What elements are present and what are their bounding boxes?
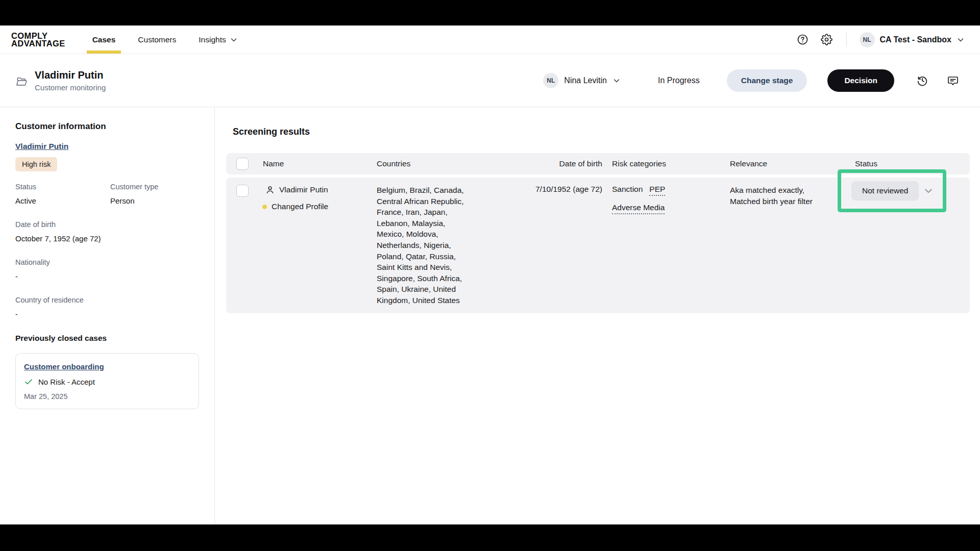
changed-profile-text: Changed Profile [272,202,328,211]
nav-item-insights[interactable]: Insights [199,26,237,54]
closed-case-link[interactable]: Customer onboarding [24,362,104,371]
field-country-of-residence: Country of residence - [15,296,199,318]
row-name-line[interactable]: Vladimir Putin [258,184,377,195]
closed-case-outcome-text: No Risk - Accept [38,378,95,386]
nav-item-cases[interactable]: Cases [92,26,116,54]
risk-category-pep[interactable]: PEP [649,185,665,196]
case-title-block: Vladimir Putin Customer monitoring [35,69,106,92]
comply-advantage-logo[interactable]: COMPLY ADVANTAGE [11,32,65,47]
column-header-dob: Date of birth [509,159,602,168]
nav-item-label: Customers [138,35,176,44]
row-checkbox[interactable] [236,185,249,197]
field-label-status: Status [15,183,110,191]
select-all-checkbox[interactable] [236,158,249,170]
comments-button[interactable] [946,74,960,87]
main-nav: Cases Customers Insights [92,26,238,54]
table-row: Vladimir Putin Changed Profile Belgium, … [226,178,970,313]
help-button[interactable] [796,33,810,46]
field-label-residence: Country of residence [15,296,199,304]
chevron-down-icon [230,36,238,44]
check-icon [24,377,33,386]
decision-button[interactable]: Decision [827,69,894,92]
stage-label: In Progress [658,76,700,85]
field-date-of-birth: Date of birth October 7, 1952 (age 72) [15,220,199,243]
field-label-customer-type: Customer type [110,183,199,191]
case-title: Vladimir Putin [35,69,106,81]
screening-results-panel: Screening results Name Countries Date of… [215,107,980,524]
settings-button[interactable] [820,33,834,46]
field-value-dob: October 7, 1952 (age 72) [15,234,199,243]
column-header-risk: Risk categories [602,159,730,168]
changed-profile-dot-icon [262,205,267,209]
case-icon-actions [916,74,960,87]
risk-category-sanction: Sanction [612,185,643,194]
status-dropdown-button[interactable]: Not reviewed [851,181,919,201]
closed-case-outcome: No Risk - Accept [24,377,190,386]
column-header-name: Name [258,159,377,168]
account-menu[interactable]: NL CA Test - Sandbox [860,32,965,47]
field-nationality: Nationality - [15,258,199,281]
changed-profile-flag: Changed Profile [258,202,377,211]
assignee-name: Nina Levitin [564,76,607,85]
customer-info-sidebar: Customer information Vladimir Putin High… [0,107,215,524]
divider [846,33,847,47]
screening-results-table: Name Countries Date of birth Risk catego… [226,153,970,313]
field-value-status: Active [15,196,110,205]
logo-line-2: ADVANTAGE [11,40,65,47]
assignee-avatar: NL [543,73,558,88]
account-name: CA Test - Sandbox [880,35,951,44]
row-status-cell: Not reviewed [855,184,970,201]
screening-results-title: Screening results [233,127,970,137]
row-checkbox-cell [226,184,258,197]
row-relevance-cell: Aka matched exactly, Matched birth year … [730,184,855,207]
case-actions: NL Nina Levitin In Progress Change stage… [543,69,960,92]
closed-case-card: Customer onboarding No Risk - Accept Mar… [15,353,199,409]
field-value-nationality: - [15,272,199,281]
history-icon [916,74,928,87]
history-button[interactable] [916,74,929,87]
content-area: Customer information Vladimir Putin High… [0,107,980,524]
header-checkbox-cell [226,158,258,170]
change-stage-button[interactable]: Change stage [727,69,807,92]
help-icon [797,34,808,45]
person-icon [265,185,275,195]
case-folder-icon [15,75,28,88]
column-header-status: Status [855,159,970,168]
field-label-nationality: Nationality [15,258,199,266]
table-header-row: Name Countries Date of birth Risk catego… [226,153,970,174]
column-header-countries: Countries [377,159,509,168]
topbar-right: NL CA Test - Sandbox [796,32,965,47]
nav-item-label: Cases [92,35,116,44]
top-navigation-bar: COMPLY ADVANTAGE Cases Customers Insight… [0,26,980,54]
nav-item-customers[interactable]: Customers [138,26,176,54]
relevance-text: Aka matched exactly, Matched birth year … [730,184,829,207]
app-window: COMPLY ADVANTAGE Cases Customers Insight… [0,26,980,524]
nav-item-label: Insights [199,35,226,44]
row-name-cell: Vladimir Putin Changed Profile [258,184,377,211]
customer-fields: Status Active Customer type Person [15,183,199,220]
assignee-dropdown[interactable]: NL Nina Levitin [543,73,621,88]
comment-icon [947,74,959,87]
row-risk-categories-cell: Sanction PEP Adverse Media [602,184,730,214]
field-label-dob: Date of birth [15,220,199,229]
bottom-letterbox-bar [0,524,980,551]
row-countries-cell: Belgium, Brazil, Canada, Central African… [377,184,509,306]
high-risk-badge: High risk [15,157,57,171]
closed-case-date: Mar 25, 2025 [24,392,190,400]
field-value-residence: - [15,310,199,318]
status-dropdown: Not reviewed [851,181,970,201]
closed-cases-heading: Previously closed cases [15,334,199,343]
chevron-down-icon [957,36,965,44]
dob-text: 7/10/1952 (age 72) [509,184,602,194]
column-header-relevance: Relevance [730,159,855,168]
chevron-down-icon[interactable] [923,186,934,196]
case-header-bar: Vladimir Putin Customer monitoring NL Ni… [0,54,980,107]
risk-category-adverse-media[interactable]: Adverse Media [612,203,665,214]
risk-line-1: Sanction PEP [612,184,730,196]
customer-profile-link[interactable]: Vladimir Putin [15,142,68,151]
screen: COMPLY ADVANTAGE Cases Customers Insight… [0,0,980,551]
countries-list: Belgium, Brazil, Canada, Central African… [377,184,467,306]
field-value-customer-type: Person [110,196,199,205]
row-dob-cell: 7/10/1952 (age 72) [509,184,602,194]
gear-icon [821,34,832,45]
